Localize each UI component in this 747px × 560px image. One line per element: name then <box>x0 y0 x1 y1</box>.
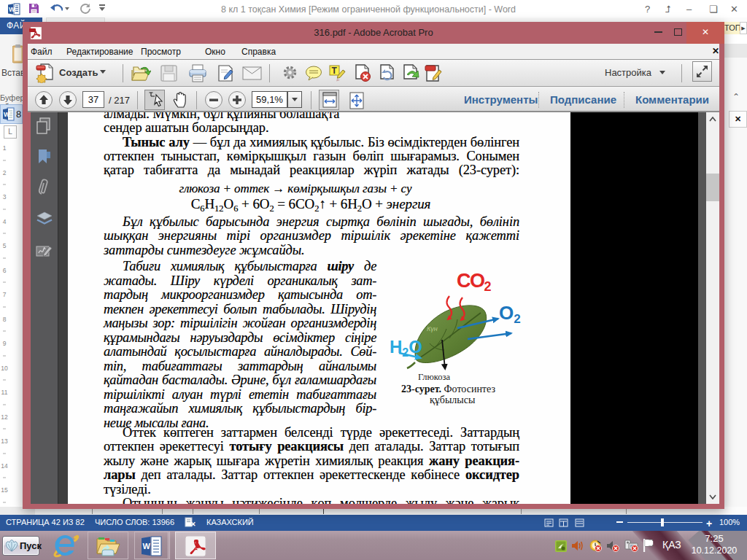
svg-text:4: 4 <box>3 218 7 225</box>
svg-text:14: 14 <box>1 462 8 470</box>
svg-text:15: 15 <box>1 486 8 494</box>
svg-text:✕: ✕ <box>190 521 196 528</box>
svg-text:10: 10 <box>1 365 8 372</box>
svg-text:Күн: Күн <box>427 325 438 332</box>
svg-text:CO2: CO2 <box>457 270 492 294</box>
svg-text:11: 11 <box>1 389 8 396</box>
svg-text:W: W <box>9 6 15 13</box>
svg-text:O2: O2 <box>499 302 521 326</box>
svg-text:5: 5 <box>3 242 7 249</box>
svg-text:7: 7 <box>3 291 7 298</box>
svg-text:W: W <box>4 111 10 118</box>
svg-text:3: 3 <box>3 193 7 201</box>
svg-text:12: 12 <box>1 413 8 421</box>
svg-text:W: W <box>142 542 150 551</box>
svg-text:2: 2 <box>3 169 7 176</box>
svg-text:9: 9 <box>3 340 7 347</box>
svg-text:T: T <box>332 66 338 76</box>
svg-text:13: 13 <box>1 438 8 445</box>
svg-text:H2O: H2O <box>390 337 422 359</box>
svg-text:8: 8 <box>3 316 7 323</box>
svg-text:6: 6 <box>3 267 7 274</box>
svg-text:1: 1 <box>3 144 7 152</box>
